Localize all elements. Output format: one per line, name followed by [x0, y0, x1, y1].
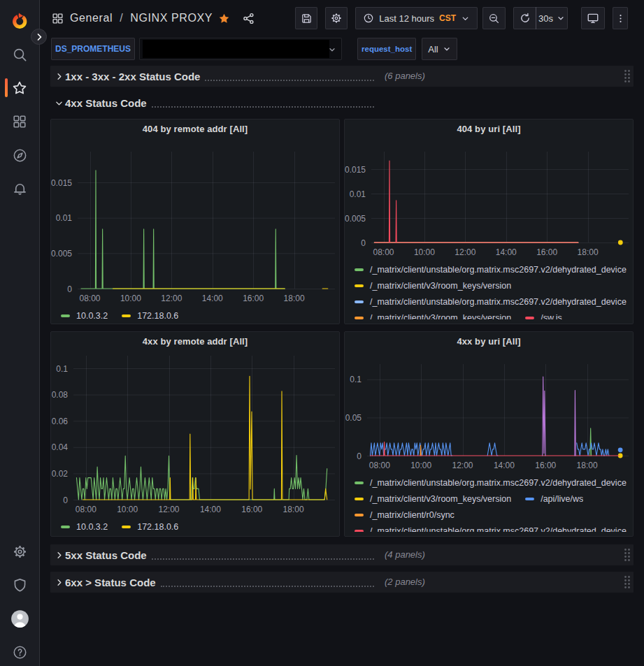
legend-series-label: /api/live/ws — [541, 494, 583, 504]
row-drag-handle-icon[interactable] — [624, 575, 631, 592]
chevron-down-icon — [328, 45, 336, 54]
row-toggle-5xx[interactable]: 5xx Status Code — [55, 544, 375, 565]
chevron-down-icon — [461, 14, 470, 23]
x-axis-tick-label: 14:00 — [202, 294, 223, 303]
shield-icon — [12, 577, 28, 593]
x-axis-tick-label: 16:00 — [243, 294, 264, 303]
legend-item[interactable]: 172.18.0.6 — [122, 519, 178, 532]
variable-request-host-label-text: request_host — [358, 45, 415, 53]
panel-legend: /_matrix/client/unstable/org.matrix.msc2… — [345, 261, 633, 319]
series-line — [370, 443, 452, 456]
legend-series-label: /_matrix/client/v3/room_keys/version — [370, 494, 511, 504]
sidebar-expand-toggle[interactable] — [31, 29, 47, 45]
x-axis-tick-label: 10:00 — [414, 247, 435, 257]
refresh-dashboard-button[interactable] — [513, 7, 536, 29]
legend-item[interactable]: /sw.js — [525, 310, 562, 319]
panel-404-by-remote-addr-all-: 404 by remote addr [All]00.0050.010.0150… — [50, 119, 340, 324]
sidebar — [0, 0, 40, 666]
cycle-view-mode-button[interactable] — [581, 7, 605, 29]
x-axis-tick-label: 08:00 — [76, 505, 96, 514]
legend-item[interactable]: /_matrix/client/v3/room_keys/version — [355, 491, 511, 507]
variable-value-redacted — [143, 40, 329, 58]
y-axis-tick-label: 0.01 — [350, 189, 366, 199]
series-point-marker — [618, 447, 623, 452]
favorite-star-button[interactable] — [218, 13, 230, 24]
legend-item[interactable]: /_matrix/client/v3/room_keys/version — [355, 310, 511, 319]
variable-request-host-value-dropdown[interactable]: All — [422, 38, 457, 60]
share-dashboard-button[interactable] — [242, 12, 255, 25]
legend-series-label: /sw.js — [541, 313, 562, 320]
save-dashboard-button[interactable] — [295, 7, 317, 29]
legend-item[interactable]: 10.0.3.2 — [61, 307, 108, 319]
y-axis-tick-label: 0 — [67, 284, 72, 294]
navbar: General / NGINX PROXY — [41, 0, 644, 36]
x-axis-tick-label: 10:00 — [117, 505, 138, 514]
row-dotted-leader — [152, 99, 374, 108]
kebab-menu-icon — [615, 13, 626, 24]
time-range-picker[interactable]: Last 12 hours CST — [355, 7, 478, 29]
row-title: 6xx > Status Code — [65, 577, 156, 588]
legend-item[interactable]: /_matrix/client/unstable/org.matrix.msc2… — [355, 475, 627, 491]
variable-ds-prometheus-label-text: DS_PROMETHEUS — [52, 44, 134, 54]
legend-item[interactable]: 172.18.0.6 — [122, 307, 178, 319]
variable-label-ds-prometheus[interactable]: DS_PROMETHEUS — [51, 38, 135, 60]
sidebar-item-help[interactable] — [0, 638, 39, 666]
row-drag-handle-icon[interactable] — [624, 69, 631, 86]
x-axis-tick-label: 18:00 — [578, 247, 599, 257]
sidebar-item-alerting[interactable] — [0, 175, 39, 203]
legend-item[interactable]: /_matrix/client/unstable/org.matrix.msc2… — [355, 294, 627, 310]
x-axis-tick-label: 14:00 — [200, 505, 221, 514]
refresh-interval-picker[interactable]: 30s — [536, 7, 568, 29]
legend-series-color-dash — [525, 317, 534, 319]
legend-series-label: 172.18.0.6 — [137, 522, 178, 532]
row-toggle-4xx[interactable]: 4xx Status Code — [55, 92, 375, 113]
legend-series-label: 172.18.0.6 — [137, 311, 178, 320]
time-series-chart[interactable]: 00.0050.010.01508:0010:0012:0014:0016:00… — [51, 120, 340, 324]
legend-item[interactable]: /_matrix/client/v3/room_keys/version — [355, 277, 511, 294]
legend-series-color-dash — [355, 301, 364, 303]
refresh-group: 30s — [513, 7, 568, 29]
sidebar-item-server-admin[interactable] — [0, 571, 39, 599]
legend-series-color-dash — [355, 317, 364, 319]
zoom-out-time-button[interactable] — [482, 7, 506, 29]
x-axis-tick-label: 10:00 — [120, 294, 141, 303]
legend-series-color-dash — [355, 514, 364, 516]
legend-item[interactable]: /_matrix/client/unstable/org.matrix.msc2… — [355, 523, 627, 532]
legend-item[interactable]: /_matrix/client/r0/sync — [355, 507, 455, 523]
caret-right-icon — [55, 551, 63, 559]
legend-item[interactable]: /api/live/ws — [525, 491, 583, 507]
row-dotted-leader — [161, 578, 374, 587]
variable-label-request-host[interactable]: request_host — [357, 38, 416, 60]
explore-compass-icon — [12, 147, 28, 164]
variable-request-host-value-text: All — [428, 44, 438, 55]
breadcrumb-dashboard-title[interactable]: NGINX PROXY — [130, 12, 213, 24]
breadcrumb-folder[interactable]: General — [70, 12, 113, 24]
series-line — [374, 161, 578, 242]
legend-series-color-dash — [61, 526, 70, 528]
caret-right-icon — [55, 579, 63, 586]
time-series-chart[interactable]: 00.020.040.060.080.108:0010:0012:0014:00… — [51, 332, 340, 537]
y-axis-tick-label: 0 — [357, 451, 362, 461]
caret-right-icon — [55, 73, 63, 80]
sidebar-item-search[interactable] — [0, 41, 39, 68]
sidebar-item-dashboards[interactable] — [0, 108, 39, 136]
submenu-variables-bar: DS_PROMETHEUS request_host All — [41, 37, 644, 61]
legend-series-color-dash — [122, 526, 131, 528]
legend-series-color-dash — [61, 314, 70, 317]
more-options-button[interactable] — [613, 7, 628, 29]
row-toggle-1xx[interactable]: 1xx - 3xx - 2xx Status Code — [55, 66, 375, 87]
row-title: 4xx Status Code — [65, 97, 147, 109]
row-drag-handle-icon[interactable] — [624, 548, 631, 565]
row-title: 1xx - 3xx - 2xx Status Code — [65, 71, 200, 82]
gear-icon — [330, 12, 343, 24]
legend-item[interactable]: /_matrix/client/unstable/org.matrix.msc2… — [355, 261, 627, 277]
variable-ds-prometheus-value-dropdown[interactable] — [139, 38, 342, 60]
sidebar-item-profile[interactable] — [0, 605, 39, 632]
sidebar-item-explore[interactable] — [0, 141, 39, 169]
row-toggle-6xx[interactable]: 6xx > Status Code — [55, 572, 375, 593]
dashboard-settings-button[interactable] — [325, 7, 348, 29]
panel-legend: 10.0.3.2172.18.0.6 — [51, 307, 339, 319]
legend-item[interactable]: 10.0.3.2 — [61, 519, 108, 532]
row-4xx-status-code: 4xx Status Code — [50, 92, 634, 113]
sidebar-item-configuration[interactable] — [0, 537, 39, 565]
